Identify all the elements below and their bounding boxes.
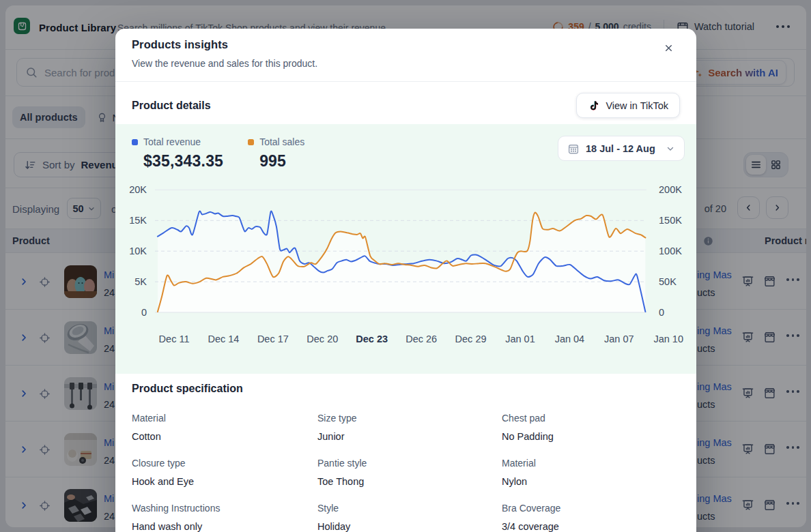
close-icon[interactable] (659, 39, 677, 57)
svg-text:Dec 29: Dec 29 (455, 334, 487, 344)
svg-text:200K: 200K (659, 184, 682, 195)
spec-item: Closure typeHook and Eye (132, 458, 317, 503)
modal-title: Products insights (132, 38, 228, 51)
spec-item: MaterialCotton (132, 413, 317, 458)
spec-label: Size type (317, 413, 502, 424)
view-in-tiktok-button[interactable]: View in TikTok (576, 93, 680, 118)
spec-value: Hand wash only (132, 521, 317, 532)
spec-value: Nylon (502, 476, 680, 487)
spec-label: Style (317, 503, 502, 514)
modal-header: Products insights View the revenue and s… (115, 29, 696, 82)
spec-label: Bra Coverage (502, 503, 680, 514)
date-range-value: 18 Jul - 12 Aug (586, 143, 659, 154)
svg-text:Dec 14: Dec 14 (208, 334, 239, 344)
svg-text:20K: 20K (129, 184, 147, 195)
svg-text:15K: 15K (129, 215, 147, 226)
legend-total-revenue: Total revenue $35,343.35 (132, 136, 223, 171)
svg-text:0: 0 (659, 307, 664, 318)
spec-label: Material (502, 458, 680, 469)
spec-item: Chest padNo Padding (502, 413, 680, 458)
spec-grid: MaterialCottonSize typeJuniorChest padNo… (132, 413, 680, 532)
sales-swatch (248, 139, 254, 145)
revenue-swatch (132, 139, 138, 145)
spec-label: Pantie style (317, 458, 502, 469)
spec-value: No Padding (502, 431, 680, 442)
spec-value: Hook and Eye (132, 476, 317, 487)
legend-total-sales: Total sales 995 (248, 136, 304, 171)
chart-legend: Total revenue $35,343.35 Total sales 995 (132, 136, 304, 171)
svg-text:150K: 150K (659, 215, 682, 226)
spec-item: Pantie styleToe Thong (317, 458, 502, 503)
svg-text:Dec 11: Dec 11 (159, 334, 190, 344)
svg-text:100K: 100K (659, 246, 682, 256)
svg-text:0: 0 (141, 307, 147, 318)
total-revenue-value: $35,343.35 (143, 152, 223, 171)
chart-panel: 05K10K15K20K050K100K150K200KDec 11Dec 14… (115, 124, 696, 374)
products-insights-modal: Products insights View the revenue and s… (115, 29, 696, 532)
view-in-tiktok-label: View in TikTok (606, 100, 668, 111)
spec-label: Washing Instructions (132, 503, 317, 514)
svg-text:Dec 20: Dec 20 (307, 334, 338, 344)
product-details-bar: Product details View in TikTok (115, 82, 696, 124)
calendar-icon (567, 143, 580, 155)
chevron-down-icon (666, 144, 675, 153)
total-sales-value: 995 (259, 152, 304, 171)
svg-text:5K: 5K (134, 276, 147, 287)
spec-item: MaterialNylon (502, 458, 680, 503)
spec-item: Bra Coverage3/4 coverage (502, 503, 680, 532)
svg-text:Jan 04: Jan 04 (555, 334, 585, 344)
spec-heading: Product specification (132, 374, 680, 395)
spec-value: Junior (317, 431, 502, 442)
spec-value: Toe Thong (317, 476, 502, 487)
product-details-heading: Product details (132, 100, 211, 112)
spec-value: 3/4 coverage (502, 521, 680, 532)
svg-text:Jan 10: Jan 10 (653, 334, 683, 344)
spec-item: Washing InstructionsHand wash only (132, 503, 317, 532)
spec-label: Closure type (132, 458, 317, 469)
spec-value: Holiday (317, 521, 502, 532)
spec-label: Material (132, 413, 317, 424)
svg-text:Jan 01: Jan 01 (505, 334, 535, 344)
svg-text:Dec 23: Dec 23 (356, 334, 388, 344)
svg-text:10K: 10K (129, 246, 147, 256)
tiktok-icon (588, 100, 599, 111)
svg-text:Dec 17: Dec 17 (257, 334, 289, 344)
sales-legend-label: Total sales (259, 136, 304, 147)
spec-value: Cotton (132, 431, 317, 442)
svg-text:Jan 07: Jan 07 (604, 334, 634, 344)
modal-subtitle: View the revenue and sales for this prod… (132, 58, 317, 69)
revenue-legend-label: Total revenue (143, 136, 201, 147)
product-specification-section: Product specification MaterialCottonSize… (115, 374, 696, 532)
spec-item: StyleHoliday (317, 503, 502, 532)
svg-text:50K: 50K (659, 276, 677, 287)
svg-text:Dec 26: Dec 26 (406, 334, 437, 344)
date-range-picker[interactable]: 18 Jul - 12 Aug (558, 136, 685, 161)
screen: Product Library Search millions of TikTo… (0, 0, 811, 532)
spec-item: Size typeJunior (317, 413, 502, 458)
spec-label: Chest pad (502, 413, 680, 424)
